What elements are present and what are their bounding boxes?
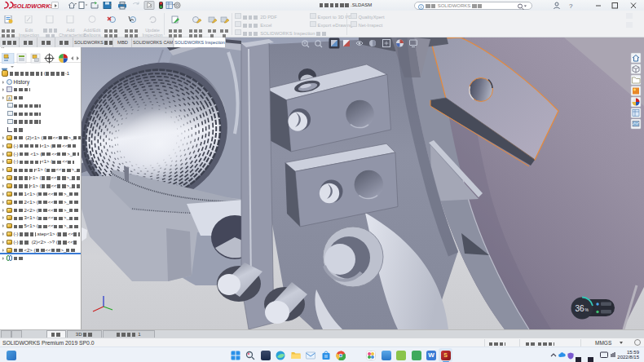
svg-text:%: % <box>585 307 589 312</box>
svg-text:?: ? <box>569 2 573 10</box>
svg-text:36: 36 <box>576 304 585 313</box>
svg-text:SOLIDWORKS: SOLIDWORKS <box>13 2 54 10</box>
